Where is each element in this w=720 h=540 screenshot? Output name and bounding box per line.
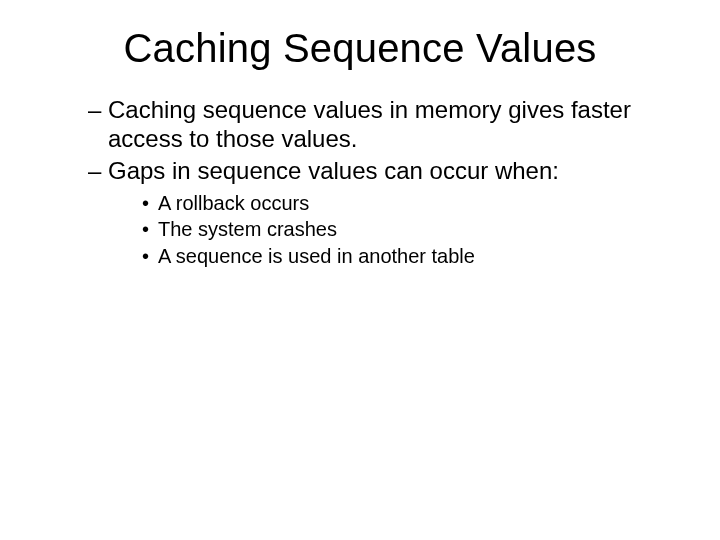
list-item: A sequence is used in another table (142, 244, 660, 270)
bullet-list-level1: Caching sequence values in memory gives … (60, 95, 660, 270)
bullet-text: A rollback occurs (158, 192, 309, 214)
list-item: Caching sequence values in memory gives … (88, 95, 660, 154)
slide-title: Caching Sequence Values (60, 26, 660, 71)
bullet-text: Gaps in sequence values can occur when: (108, 157, 559, 184)
list-item: The system crashes (142, 217, 660, 243)
bullet-list-level2: A rollback occurs The system crashes A s… (108, 191, 660, 270)
list-item: A rollback occurs (142, 191, 660, 217)
list-item: Gaps in sequence values can occur when: … (88, 156, 660, 270)
slide: Caching Sequence Values Caching sequence… (0, 0, 720, 540)
bullet-text: Caching sequence values in memory gives … (108, 96, 631, 152)
bullet-text: A sequence is used in another table (158, 245, 475, 267)
bullet-text: The system crashes (158, 218, 337, 240)
